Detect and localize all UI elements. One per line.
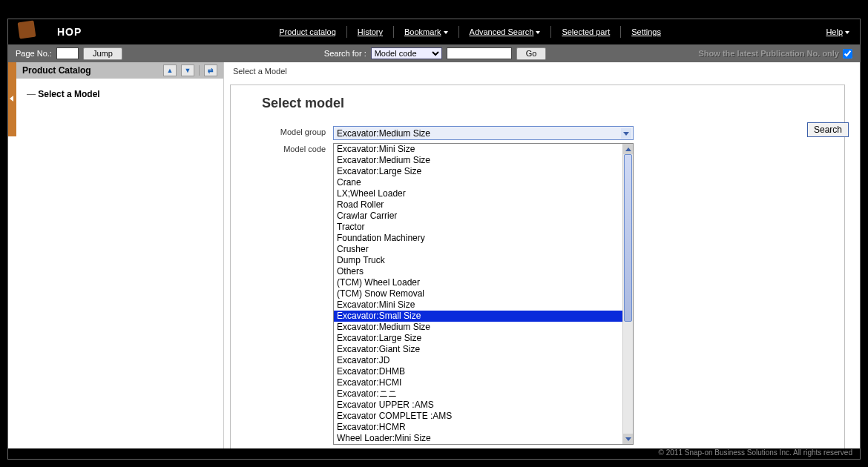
latest-pub-checkbox[interactable] [843,49,852,59]
nav-separator [393,26,394,38]
dropdown-option[interactable]: Excavator:Giant Size [334,344,622,355]
dropdown-option[interactable]: Excavator:JD [334,355,622,366]
chevron-down-icon [444,31,448,34]
dropdown-option[interactable]: Crusher [334,244,622,255]
dropdown-option[interactable]: Excavator:HCMR [334,422,622,433]
nav-separator [620,26,621,38]
dropdown-option[interactable]: (TCM) Wheel Loader [334,277,622,288]
sidebar-collapse-toggle[interactable] [8,62,16,136]
dropdown-option[interactable]: Excavator:Medium Size [334,322,622,333]
chevron-down-icon [536,31,540,34]
sidebar-collapse-up-button[interactable]: ▲ [163,64,177,76]
page-no-input[interactable] [56,47,79,59]
dropdown-option[interactable]: Excavator:Large Size [334,166,622,177]
toolbar-separator [199,65,200,76]
dropdown-option[interactable]: Excavator:Large Size [334,333,622,344]
model-code-label: Model code [262,143,333,153]
nav-selected-part[interactable]: Selected part [557,27,614,36]
jump-button[interactable]: Jump [83,47,122,60]
model-group-select[interactable]: Excavator:Medium Size [333,126,634,140]
footer-copyright: © 2011 Snap-on Business Solutions Inc. A… [8,448,860,459]
dropdown-option[interactable]: Excavator:DHMB [334,366,622,377]
nav-advanced-search[interactable]: Advanced Search [465,27,545,36]
latest-pub-label: Show the latest Publication No. only [699,49,839,58]
search-value-input[interactable] [447,47,512,59]
nav-separator [458,26,459,38]
dropdown-option[interactable]: Wheel Loader:Mini Size [334,433,622,444]
search-for-label: Search for : [324,49,366,58]
sidebar-swap-button[interactable]: ⇄ [204,64,217,76]
search-type-select[interactable]: Model code [371,47,442,59]
scroll-up-button[interactable] [623,144,633,154]
page-no-label: Page No.: [16,49,52,58]
scroll-thumb[interactable] [624,154,632,322]
sidebar-expand-down-button[interactable]: ▼ [181,64,194,76]
nav-settings[interactable]: Settings [627,27,665,36]
dropdown-option[interactable]: LX;Wheel Loader [334,188,622,199]
dropdown-option[interactable]: Foundation Machinery [334,233,622,244]
nav-separator [550,26,551,38]
dropdown-option[interactable]: Excavator:Mini Size [334,144,622,155]
model-group-label: Model group [262,126,333,136]
top-nav: Product catalog History Bookmark Advance… [274,26,665,38]
scroll-down-button[interactable] [623,434,633,444]
dropdown-option[interactable]: (TCM) Snow Removal [334,288,622,299]
app-logo-icon [18,21,36,39]
chevron-down-icon [621,128,631,139]
sidebar-title: Product Catalog [22,65,91,76]
tree-item-select-model[interactable]: Select a Model [22,86,217,102]
dropdown-option[interactable]: Crane [334,177,622,188]
dropdown-option[interactable]: Road Roller [334,199,622,211]
nav-help[interactable]: Help [826,27,849,36]
search-button[interactable]: Search [807,122,849,137]
dropdown-option[interactable]: Excavator UPPER :AMS [334,400,622,411]
dropdown-option[interactable]: Dump Truck [334,255,622,266]
nav-bookmark[interactable]: Bookmark [400,27,453,36]
chevron-down-icon [845,31,849,34]
dropdown-option[interactable]: Excavator:ニニ [334,388,622,400]
page-title: Select model [262,96,815,111]
brand-name: HOP [57,26,82,38]
nav-history[interactable]: History [353,27,387,36]
dropdown-option[interactable]: Excavator:Medium Size [334,155,622,166]
dropdown-option[interactable]: Excavator COMPLETE :AMS [334,411,622,422]
dropdown-option[interactable]: Others [334,266,622,277]
nav-separator [346,26,347,38]
model-code-dropdown[interactable]: Excavator:Mini SizeExcavator:Medium Size… [333,143,634,445]
dropdown-option[interactable]: Excavator:Mini Size [334,299,622,311]
model-group-selected-value: Excavator:Medium Size [337,128,430,139]
dropdown-option[interactable]: Crawlar Carrier [334,211,622,222]
dropdown-option[interactable]: Excavator:HCMI [334,377,622,388]
dropdown-option[interactable]: Excavator:Small Size [334,311,622,322]
nav-product-catalog[interactable]: Product catalog [274,27,340,36]
go-button[interactable]: Go [516,47,547,60]
breadcrumb: Select a Model [224,62,860,80]
dropdown-option[interactable]: Tractor [334,222,622,233]
dropdown-scrollbar[interactable] [622,144,633,444]
